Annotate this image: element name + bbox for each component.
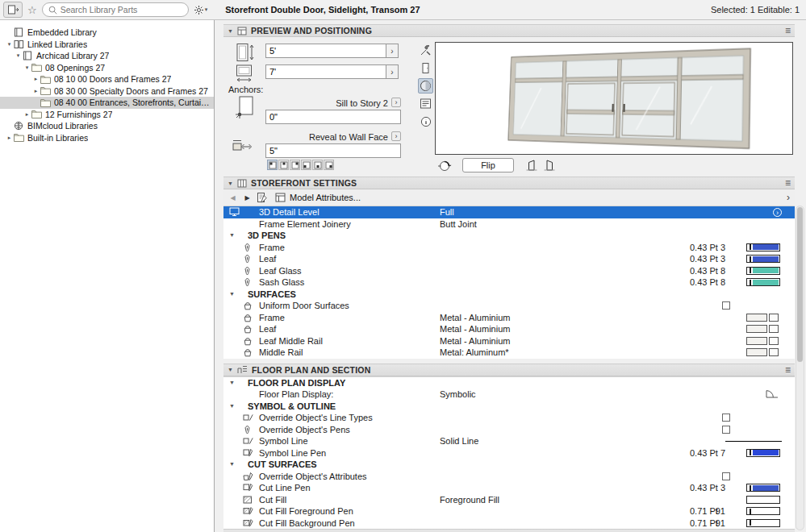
panel-menu-icon[interactable]: ≡ bbox=[785, 178, 791, 188]
search-input[interactable] bbox=[61, 5, 182, 15]
surface-swatch[interactable] bbox=[746, 348, 779, 356]
mirror-left-button[interactable] bbox=[524, 158, 540, 172]
settings-row[interactable]: FrameMetal - Aluminium bbox=[223, 312, 795, 324]
collapse-icon[interactable]: ▼ bbox=[228, 367, 233, 372]
reveal-field[interactable] bbox=[265, 143, 401, 158]
model-attributes-tab[interactable]: Model Attributes... bbox=[270, 190, 365, 205]
library-part-view-button[interactable] bbox=[3, 2, 23, 18]
settings-row[interactable]: Cut FillForeground Fill bbox=[223, 494, 795, 506]
tree-expand-icon[interactable]: ▾ bbox=[23, 64, 31, 71]
settings-row[interactable]: Leaf Glass0.43 Pt8 bbox=[223, 265, 795, 277]
settings-row[interactable]: LeafMetal - Aluminium bbox=[223, 323, 795, 335]
mirror-right-button[interactable] bbox=[541, 158, 558, 172]
detail-chevron-icon[interactable]: › bbox=[773, 208, 782, 217]
tree-item[interactable]: ▾08 Openings 27 bbox=[0, 62, 214, 74]
pen-color-swatch[interactable] bbox=[746, 255, 780, 263]
scrollbar-thumb[interactable] bbox=[797, 207, 803, 362]
height-field[interactable] bbox=[265, 44, 386, 58]
settings-scrollbar[interactable] bbox=[796, 206, 804, 530]
settings-row[interactable]: Leaf0.43 Pt3 bbox=[223, 253, 795, 265]
collapse-icon[interactable]: ▼ bbox=[228, 181, 233, 186]
checkbox[interactable] bbox=[722, 301, 730, 310]
checkbox[interactable] bbox=[722, 472, 730, 480]
pen-color-swatch[interactable] bbox=[746, 484, 780, 492]
sill-field[interactable] bbox=[265, 110, 401, 124]
settings-group-header[interactable]: ▼3D PENS bbox=[223, 230, 795, 242]
preview-canvas[interactable] bbox=[435, 42, 793, 155]
pen-color-swatch[interactable] bbox=[746, 278, 780, 286]
settings-menu-button[interactable]: ▾ bbox=[192, 2, 210, 18]
section-header-preview[interactable]: ▼ PREVIEW AND POSITIONING ≡ bbox=[223, 24, 795, 37]
tree-item[interactable]: ▸08 30 00 Specialty Doors and Frames 27 bbox=[0, 85, 214, 98]
panel-menu-icon[interactable]: ≡ bbox=[785, 26, 791, 35]
preview-mode-elevation-button[interactable] bbox=[418, 60, 433, 76]
pen-color-swatch[interactable] bbox=[746, 507, 780, 515]
reveal-anchor-chevron[interactable]: › bbox=[391, 131, 401, 141]
settings-row[interactable]: Override Object's Line Types bbox=[223, 412, 795, 424]
settings-row[interactable]: 3D Detail LevelFull› bbox=[223, 206, 795, 218]
settings-row[interactable]: Middle RailMetal: Aluminum* bbox=[223, 347, 795, 359]
surface-swatch[interactable] bbox=[746, 325, 779, 333]
favorites-button[interactable]: ☆ bbox=[26, 2, 39, 18]
settings-row[interactable]: Uniform Door Surfaces bbox=[223, 300, 795, 312]
collapse-icon[interactable]: ▼ bbox=[229, 401, 235, 412]
settings-row[interactable]: Override Object's Attributes bbox=[223, 471, 795, 483]
tab-scroll-right-icon[interactable]: › bbox=[787, 192, 791, 203]
tree-expand-icon[interactable]: ▸ bbox=[31, 76, 40, 82]
flip-button[interactable]: Flip bbox=[462, 158, 514, 172]
checkbox[interactable] bbox=[722, 414, 730, 422]
collapse-icon[interactable]: ▼ bbox=[228, 28, 233, 34]
settings-row[interactable]: Cut Line Pen0.43 Pt3 bbox=[223, 482, 795, 494]
nav-back-button[interactable]: ◀ bbox=[227, 192, 239, 204]
tree-item[interactable]: 08 40 00 Entrances, Storefronts, Curtain… bbox=[0, 97, 214, 109]
settings-row[interactable]: Floor Plan Display:Symbolic bbox=[223, 389, 795, 401]
tree-item[interactable]: ▾Linked Libraries bbox=[0, 39, 214, 51]
tree-expand-icon[interactable]: ▾ bbox=[5, 41, 14, 48]
pen-color-swatch[interactable] bbox=[746, 519, 780, 527]
pen-color-swatch[interactable] bbox=[746, 449, 780, 457]
tree-item[interactable]: ▸08 10 00 Doors and Frames 27 bbox=[0, 73, 214, 85]
settings-row[interactable]: Override Object's Pens bbox=[223, 424, 795, 436]
settings-row[interactable]: Symbol LineSolid Line bbox=[223, 435, 795, 447]
pen-color-swatch[interactable] bbox=[746, 267, 780, 275]
tree-item[interactable]: Embedded Library bbox=[0, 27, 214, 39]
tree-item[interactable]: BIMcloud Libraries bbox=[0, 120, 214, 132]
anchor-option-4-button[interactable] bbox=[301, 160, 311, 170]
anchor-option-2-button[interactable] bbox=[278, 160, 289, 170]
tree-expand-icon[interactable]: ▸ bbox=[5, 135, 14, 141]
search-box[interactable] bbox=[42, 2, 189, 17]
settings-row[interactable]: Sash Glass0.43 Pt8 bbox=[223, 276, 795, 289]
rotate-dial-icon[interactable] bbox=[436, 158, 454, 174]
collapse-icon[interactable]: ▼ bbox=[229, 377, 235, 389]
surface-swatch[interactable] bbox=[746, 314, 779, 322]
tree-item[interactable]: ▸12 Furnishings 27 bbox=[0, 109, 214, 121]
settings-row[interactable]: Cut Fill Background Pen0.71 Pt91 bbox=[223, 517, 795, 530]
tree-item[interactable]: ▾Archicad Library 27 bbox=[0, 50, 214, 62]
plan-icon[interactable] bbox=[766, 389, 779, 398]
settings-group-header[interactable]: ▼FLOOR PLAN DISPLAY bbox=[223, 377, 795, 389]
settings-group-header[interactable]: ▼SURFACES bbox=[223, 289, 795, 301]
edit-page-button[interactable] bbox=[256, 192, 268, 204]
settings-row[interactable]: Cut Fill Foreground Pen0.71 Pt91 bbox=[223, 505, 795, 517]
settings-group-header[interactable]: ▼SYMBOL & OUTLINE bbox=[223, 401, 795, 413]
section-header-storefront-settings[interactable]: ▼ STOREFRONT SETTINGS ≡ bbox=[223, 177, 795, 189]
tree-item[interactable]: ▸Built-in Libraries bbox=[0, 132, 214, 144]
section-header-dimension[interactable]: ▼ DIMENSION MARKER ≡ bbox=[223, 529, 795, 532]
tree-expand-icon[interactable]: ▸ bbox=[31, 88, 40, 94]
preview-mode-list-button[interactable] bbox=[418, 96, 433, 111]
anchor-option-3-button[interactable] bbox=[290, 160, 300, 170]
width-field[interactable] bbox=[265, 64, 386, 79]
fill-swatch[interactable] bbox=[746, 496, 780, 504]
preview-mode-sphere-button[interactable] bbox=[418, 78, 433, 94]
panel-menu-icon[interactable]: ≡ bbox=[785, 365, 791, 375]
anchor-option-1-button[interactable] bbox=[267, 160, 278, 170]
collapse-icon[interactable]: ▼ bbox=[229, 289, 235, 300]
surface-swatch[interactable] bbox=[746, 337, 779, 345]
width-options-button[interactable]: › bbox=[386, 64, 399, 79]
checkbox[interactable] bbox=[722, 426, 730, 434]
anchor-option-5-button[interactable] bbox=[312, 160, 323, 170]
settings-row[interactable]: Leaf Middle RailMetal - Aluminium bbox=[223, 335, 795, 347]
settings-group-header[interactable]: ▼CUT SURFACES bbox=[223, 459, 795, 471]
collapse-icon[interactable]: ▼ bbox=[229, 230, 235, 241]
nav-forward-button[interactable]: ▶ bbox=[241, 192, 253, 204]
